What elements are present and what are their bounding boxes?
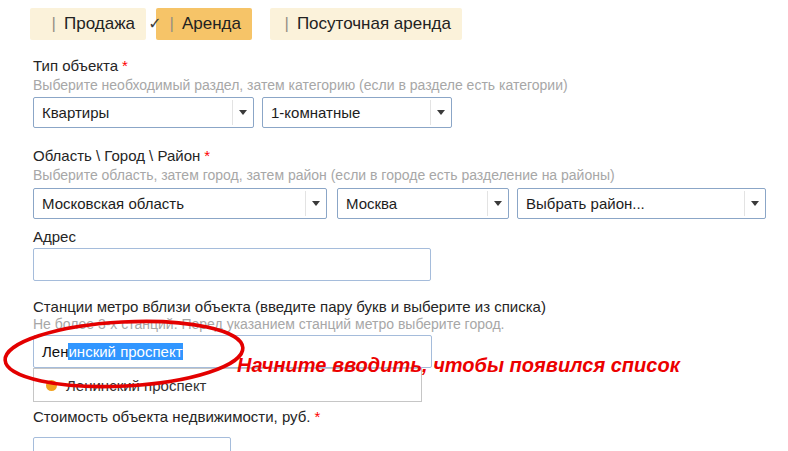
tab-rent-label: Аренда: [182, 14, 241, 34]
price-label: Стоимость объекта недвижимости, руб.*: [33, 408, 320, 425]
check-icon: ✓: [148, 16, 161, 32]
object-type-hint: Выберите необходимый раздел, затем катег…: [33, 77, 568, 93]
region-label: Область \ Город \ Район*: [33, 147, 210, 164]
price-input[interactable]: [33, 437, 231, 451]
metro-station-dot-icon: [46, 380, 57, 391]
listing-form: | Продажа ✓ | Аренда | Посуточная аренда…: [0, 0, 788, 451]
tab-divider: |: [170, 14, 174, 34]
metro-typed-text: Лен: [42, 343, 68, 360]
dropdown-arrow-icon: [430, 100, 450, 125]
object-type-label: Тип объекта*: [33, 57, 128, 74]
dropdown-arrow-icon: [487, 191, 507, 216]
tab-divider: |: [284, 14, 288, 34]
metro-hint: Не более 3-х станций. Перед указанием ст…: [33, 316, 505, 332]
tab-daily-rent-label: Посуточная аренда: [297, 14, 451, 34]
object-subcategory-value: 1-комнатные: [271, 104, 360, 121]
required-asterisk: *: [204, 147, 210, 164]
region-hint: Выберите область, затем город, затем рай…: [33, 167, 615, 183]
tab-sale-label: Продажа: [64, 14, 135, 34]
tab-daily-rent[interactable]: | Посуточная аренда: [270, 8, 462, 40]
city-value: Москва: [346, 195, 397, 212]
district-select[interactable]: Выбрать район...: [517, 188, 766, 219]
address-label: Адрес: [33, 228, 76, 245]
object-category-select[interactable]: Квартиры: [33, 97, 254, 128]
required-asterisk: *: [315, 408, 321, 425]
tab-divider: |: [52, 14, 56, 34]
tab-rent[interactable]: ✓ | Аренда: [156, 8, 252, 40]
metro-label: Станции метро вблизи объекта (введите па…: [33, 298, 546, 315]
required-asterisk: *: [122, 57, 128, 74]
address-input[interactable]: [33, 248, 431, 281]
metro-selected-text: инский проспект: [68, 343, 182, 360]
dropdown-arrow-icon: [305, 191, 325, 216]
region-select[interactable]: Московская область: [33, 188, 327, 219]
city-select[interactable]: Москва: [337, 188, 509, 219]
object-subcategory-select[interactable]: 1-комнатные: [262, 97, 452, 128]
suggestion-label: Ленинский проспект: [66, 377, 207, 394]
dropdown-arrow-icon: [232, 100, 252, 125]
tab-sale[interactable]: | Продажа: [30, 8, 146, 40]
object-category-value: Квартиры: [42, 104, 109, 121]
annotation-text: Начните вводить, чтобы появился список: [237, 354, 680, 377]
dropdown-arrow-icon: [744, 191, 764, 216]
region-value: Московская область: [42, 195, 184, 212]
district-value: Выбрать район...: [526, 195, 645, 212]
